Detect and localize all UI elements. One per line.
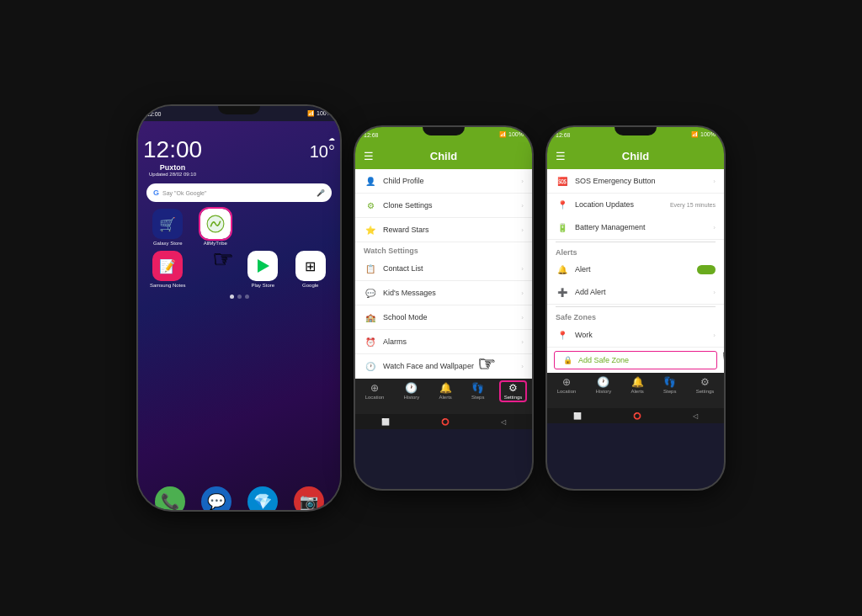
nav-steps-icon-3: 👣 xyxy=(663,376,676,388)
hamburger-icon-3[interactable]: ☰ xyxy=(556,150,566,162)
menu-child-profile[interactable]: 👤 Child Profile › xyxy=(355,169,532,194)
nav-settings-icon-3: ⚙ xyxy=(700,376,710,388)
dock: 📞 💬 💎 📷 xyxy=(143,481,335,510)
nav-location-icon-3: ⊕ xyxy=(562,376,571,388)
app-samsung-notes[interactable]: 📝 Samsung Notes xyxy=(146,251,189,288)
add-alert-chevron: › xyxy=(713,289,716,296)
alert-toggle[interactable] xyxy=(697,265,716,274)
chevron-3: › xyxy=(521,226,524,234)
alert-icon: 🔔 xyxy=(556,263,569,276)
menu-reward-stars[interactable]: ⭐ Reward Stars › xyxy=(355,218,532,242)
nav-settings-2[interactable]: ⚙ Settings xyxy=(504,382,523,400)
kids-messages-label: Kid's Messages xyxy=(383,289,515,297)
menu-alarms[interactable]: ⏰ Alarms › xyxy=(355,330,532,354)
clone-settings-icon: ⚙ xyxy=(364,199,377,212)
battery-1: 📶 100% xyxy=(307,110,332,117)
phone-2: 12:68 📶 100% ☰ Child 👤 Child Profile › ⚙… xyxy=(355,127,532,489)
chevron-2: › xyxy=(521,202,524,210)
menu-school-mode[interactable]: 🏫 School Mode › xyxy=(355,305,532,330)
child-profile-icon: 👤 xyxy=(364,174,377,188)
status-bar-1: 12:00 📶 100% xyxy=(138,106,340,121)
time-3: 12:68 xyxy=(556,132,571,138)
dock-browser[interactable]: 💎 xyxy=(247,486,278,510)
menu-contact-list[interactable]: 📋 Contact List › xyxy=(355,257,532,281)
pnav-back-2[interactable]: ◁ xyxy=(501,418,506,426)
chevron-7: › xyxy=(521,338,524,346)
menu-battery-mgmt[interactable]: 🔋 Battery Management › xyxy=(547,215,724,240)
app-title-3: Child xyxy=(622,150,650,162)
nav-history-2[interactable]: 🕐 History xyxy=(404,382,420,400)
dock-camera[interactable]: 📷 xyxy=(294,486,324,510)
app-header-3: ☰ Child xyxy=(547,142,724,169)
nav-steps-2[interactable]: 👣 Steps xyxy=(471,382,484,400)
pnav-back-3[interactable]: ◁ xyxy=(693,412,698,420)
nav-alerts-2[interactable]: 🔔 Alerts xyxy=(439,382,451,400)
nav-alerts-label-2: Alerts xyxy=(439,395,451,400)
add-alert-icon: ➕ xyxy=(556,285,569,299)
pnav-home-3[interactable]: ⭕ xyxy=(633,412,641,420)
app-header-2: ☰ Child xyxy=(355,142,532,169)
school-mode-icon: 🏫 xyxy=(364,311,377,324)
empty-icon-2 xyxy=(295,209,326,239)
phone-1-screen: 12:00 📶 100% 12:00 Puxton Updated 28/02 … xyxy=(138,106,340,510)
chevron-5: › xyxy=(521,289,524,297)
app-google[interactable]: ⊞ Google xyxy=(290,251,333,288)
contact-list-icon: 📋 xyxy=(364,262,377,275)
clone-settings-label: Clone Settings xyxy=(383,201,515,210)
samsung-notes-label: Samsung Notes xyxy=(150,283,186,288)
bottom-nav-area-2: ☞ ⊕ Location 🕐 History 🔔 Alerts 👣 Steps xyxy=(355,379,532,414)
app-empty-1 xyxy=(242,209,285,246)
nav-history-3[interactable]: 🕐 History xyxy=(596,376,612,394)
add-safe-zone-container: 🔒 Add Safe Zone ☞ xyxy=(547,351,724,369)
nav-steps-3[interactable]: 👣 Steps xyxy=(663,376,676,394)
nav-alerts-3[interactable]: 🔔 Alerts xyxy=(631,376,643,394)
dock-messages[interactable]: 💬 xyxy=(201,486,231,510)
menu-watch-face[interactable]: 🕐 Watch Face and Wallpaper › xyxy=(355,354,532,379)
menu-sos[interactable]: 🆘 SOS Emergency Button › xyxy=(547,169,724,194)
home-time: 12:00 xyxy=(143,136,202,163)
battery-chevron: › xyxy=(713,224,716,231)
menu-list-2: 👤 Child Profile › ⚙ Clone Settings › ⭐ R… xyxy=(355,169,532,379)
app-galaxy-store[interactable]: 🛒 Galaxy Store xyxy=(146,209,189,246)
menu-location-updates[interactable]: 📍 Location Updates Every 15 minutes xyxy=(547,194,724,215)
hamburger-icon-2[interactable]: ☰ xyxy=(364,150,374,162)
nav-location-3[interactable]: ⊕ Location xyxy=(557,376,577,394)
app-play-store[interactable]: Play Store xyxy=(242,251,285,288)
app-allmytribe[interactable]: AllMyTribe xyxy=(194,209,237,246)
safe-zones-divider xyxy=(556,306,716,307)
location-updates-icon: 📍 xyxy=(556,198,569,211)
play-store-label: Play Store xyxy=(251,283,274,288)
nav-history-label-3: History xyxy=(596,389,612,394)
chevron-4: › xyxy=(521,265,524,273)
pnav-recent-2[interactable]: ⬜ xyxy=(381,418,390,426)
google-search-text: Say "Ok Google" xyxy=(162,190,313,196)
dot-indicator-2 xyxy=(237,295,242,299)
watch-face-label: Watch Face and Wallpaper xyxy=(383,362,515,370)
dock-phone[interactable]: 📞 xyxy=(155,486,185,510)
menu-kids-messages[interactable]: 💬 Kid's Messages › xyxy=(355,281,532,305)
nav-steps-label-3: Steps xyxy=(663,389,676,394)
nav-location-2[interactable]: ⊕ Location xyxy=(365,382,385,400)
nav-settings-3[interactable]: ⚙ Settings xyxy=(696,376,715,394)
location-updates-label: Location Updates xyxy=(575,200,664,209)
location-updates-value: Every 15 minutes xyxy=(670,202,716,208)
menu-clone-settings[interactable]: ⚙ Clone Settings › xyxy=(355,194,532,218)
nav-settings-icon-2: ⚙ xyxy=(508,382,518,394)
status-bar-2: 12:68 📶 100% xyxy=(355,127,532,142)
menu-work-item[interactable]: 📍 Work › xyxy=(547,323,724,348)
app-title-2: Child xyxy=(430,150,458,162)
pnav-recent-3[interactable]: ⬜ xyxy=(573,412,582,420)
add-safe-zone-button[interactable]: 🔒 Add Safe Zone xyxy=(554,351,717,369)
notch-3 xyxy=(615,127,657,135)
phone-3-screen: 12:68 📶 100% ☰ Child 🆘 SOS Emergency But… xyxy=(547,127,724,489)
pnav-home-2[interactable]: ⭕ xyxy=(441,418,450,426)
empty-icon-1 xyxy=(247,209,278,239)
menu-alert-toggle[interactable]: 🔔 Alert xyxy=(547,258,724,280)
battery-mgmt-label: Battery Management xyxy=(575,223,707,231)
work-zone-label: Work xyxy=(575,331,707,339)
status-bar-3: 12:68 📶 100% xyxy=(547,127,724,142)
google-search-bar[interactable]: G Say "Ok Google" 🎤 xyxy=(146,183,332,202)
reward-stars-label: Reward Stars xyxy=(383,226,515,234)
notch-1 xyxy=(218,106,260,114)
menu-add-alert[interactable]: ➕ Add Alert › xyxy=(547,280,724,305)
